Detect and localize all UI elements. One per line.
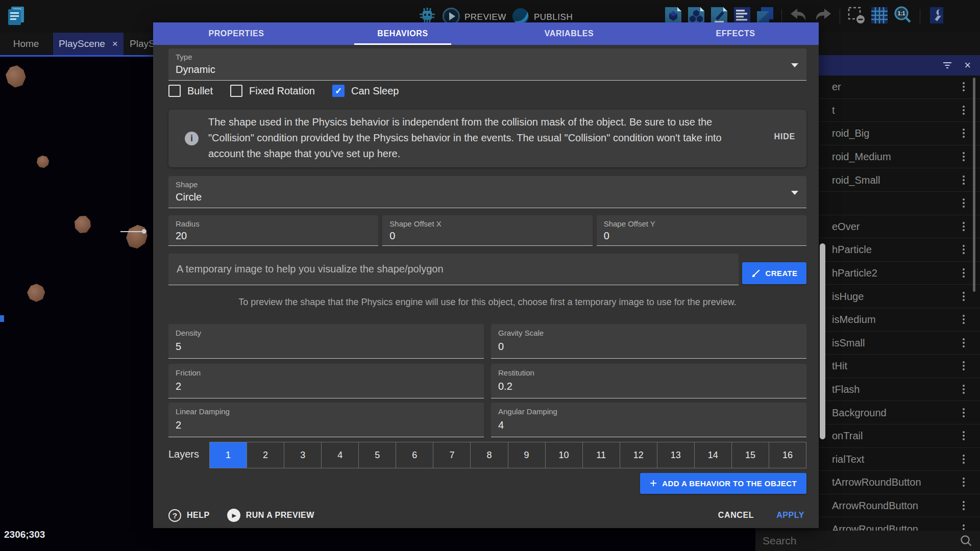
kebab-menu-icon[interactable] [963,478,965,480]
preview-hint: To preview the shape that the Physics en… [168,297,806,308]
restitution-field[interactable]: Restitution 0.2 [491,364,806,398]
layer-cell-4[interactable]: 4 [321,442,358,468]
tab-playscene[interactable]: PlayScene × [53,33,124,55]
kebab-menu-icon[interactable] [963,292,965,294]
asteroid-sprite[interactable] [123,222,151,252]
search-icon [960,534,973,547]
temp-image-input[interactable] [168,254,739,285]
dialog-scrollbar[interactable] [820,243,825,439]
gravity-scale-field[interactable]: Gravity Scale 0 [491,324,806,359]
layer-cell-6[interactable]: 6 [396,442,433,468]
kebab-menu-icon[interactable] [963,361,965,363]
kebab-menu-icon[interactable] [963,385,965,387]
type-select[interactable]: Type Dynamic [168,48,806,81]
layer-cell-12[interactable]: 12 [620,442,657,468]
fixed-rotation-checkbox[interactable]: Fixed Rotation [230,85,315,97]
panel-scrollbar[interactable] [973,78,975,292]
temp-image-field [168,254,739,285]
apply-button[interactable]: APPLY [776,511,804,520]
asteroid-sprite[interactable] [75,216,91,233]
preview-label: PREVIEW [464,12,506,22]
density-field[interactable]: Density 5 [168,324,484,359]
add-behavior-button[interactable]: + ADD A BEHAVIOR TO THE OBJECT [640,473,806,494]
radius-field[interactable]: Radius 20 [168,215,378,246]
object-name: isSmall [832,337,865,348]
chevron-down-icon [791,191,798,195]
kebab-menu-icon[interactable] [963,198,965,201]
asteroid-sprite[interactable] [35,154,51,169]
tab-playscene-label: PlayScene [59,38,105,49]
search-input[interactable] [755,535,960,547]
panel-close-icon[interactable]: × [964,60,971,71]
kebab-menu-icon[interactable] [963,338,965,340]
friction-field[interactable]: Friction 2 [168,364,484,398]
asteroid-sprite[interactable] [26,282,47,304]
layer-cell-5[interactable]: 5 [358,442,396,468]
tab-behaviors[interactable]: BEHAVIORS [320,22,486,45]
grid-icon[interactable] [870,6,889,27]
layer-cell-3[interactable]: 3 [284,442,321,468]
tab-variables[interactable]: VARIABLES [486,22,652,45]
hide-button[interactable]: HIDE [774,132,795,141]
angular-damping-field[interactable]: Angular Damping 4 [491,403,806,437]
kebab-menu-icon[interactable] [963,82,965,84]
tab-effects[interactable]: EFFECTS [652,22,819,45]
layer-cell-7[interactable]: 7 [433,442,470,468]
info-box: i The shape used in the Physics behavior… [168,110,806,167]
tools-icon[interactable] [927,6,946,27]
svg-text:1:1: 1:1 [898,11,905,16]
layer-cell-8[interactable]: 8 [470,442,507,468]
kebab-menu-icon[interactable] [963,245,965,247]
project-manager-button[interactable] [5,5,27,29]
type-value: Dynamic [176,64,215,76]
zoom-1-1-icon[interactable]: 1:1 [893,5,913,28]
kebab-menu-icon[interactable] [963,222,965,224]
kebab-menu-icon[interactable] [963,268,965,270]
kebab-menu-icon[interactable] [963,152,965,154]
run-preview-button[interactable]: ▶ RUN A PREVIEW [227,509,314,522]
shape-select[interactable]: Shape Circle [168,176,806,208]
bullet-checkbox[interactable]: Bullet [168,85,213,97]
measure-handle[interactable] [142,229,146,234]
layer-cell-1[interactable]: 1 [210,442,247,468]
layer-cell-13[interactable]: 13 [657,442,694,468]
kebab-menu-icon[interactable] [963,455,965,457]
shape-label: Shape [176,180,198,189]
shape-params-row: Radius 20 Shape Offset X 0 Shape Offset … [168,215,806,246]
shape-offset-x-field[interactable]: Shape Offset X 0 [382,215,592,246]
deselect-icon[interactable] [847,6,866,27]
layer-cell-10[interactable]: 10 [545,442,582,468]
physics-behavior-dialog: PROPERTIES BEHAVIORS VARIABLES EFFECTS T… [153,22,819,528]
kebab-menu-icon[interactable] [963,501,965,503]
object-name: er [832,81,841,93]
layer-cell-15[interactable]: 15 [731,442,769,468]
kebab-menu-icon[interactable] [963,106,965,108]
object-name: rialText [832,453,864,465]
kebab-menu-icon[interactable] [963,524,965,527]
object-search [755,531,980,551]
layer-cell-9[interactable]: 9 [508,442,545,468]
layer-cell-14[interactable]: 14 [694,442,731,468]
layer-cell-2[interactable]: 2 [247,442,284,468]
plus-icon: + [650,476,657,490]
kebab-menu-icon[interactable] [963,431,965,433]
shape-offset-y-field[interactable]: Shape Offset Y 0 [597,215,806,246]
tab-home[interactable]: Home [0,33,52,55]
kebab-menu-icon[interactable] [963,315,965,317]
kebab-menu-icon[interactable] [963,176,965,178]
tab-properties[interactable]: PROPERTIES [153,22,320,45]
create-button[interactable]: CREATE [742,262,806,284]
kebab-menu-icon[interactable] [963,408,965,410]
linear-damping-field[interactable]: Linear Damping 2 [168,403,484,437]
asteroid-sprite[interactable] [4,64,28,89]
object-name: onTrail [832,430,863,442]
can-sleep-checkbox[interactable]: ✓ Can Sleep [332,85,399,97]
cancel-button[interactable]: CANCEL [718,511,754,520]
layer-cell-16[interactable]: 16 [769,442,806,468]
help-button[interactable]: ? HELP [168,509,210,522]
filter-icon[interactable] [942,60,953,70]
tab-close-icon[interactable]: × [112,38,118,49]
layer-cell-11[interactable]: 11 [582,442,620,468]
kebab-menu-icon[interactable] [963,129,965,131]
play-icon: ▶ [227,509,240,522]
